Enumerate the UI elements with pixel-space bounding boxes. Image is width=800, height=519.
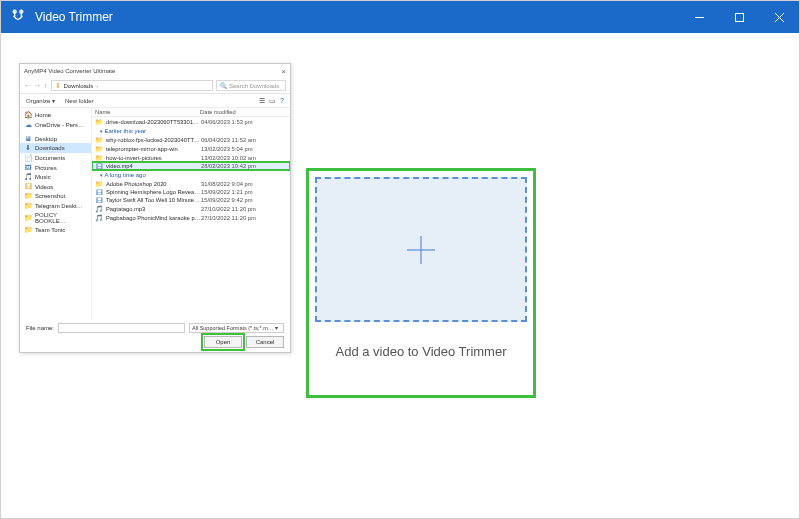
dropzone-caption: Add a video to Video Trimmer <box>315 344 527 359</box>
window-controls <box>679 1 799 33</box>
dialog-close-icon[interactable]: × <box>281 67 286 76</box>
content-area: Add a video to Video Trimmer AnyMP4 Vide… <box>1 33 799 518</box>
dialog-nav: ← → ↑ ⬇ Downloads › 🔍Search Downloads <box>20 78 290 94</box>
filename-input[interactable] <box>58 323 185 333</box>
help-icon[interactable]: ? <box>280 97 284 104</box>
sidebar-item[interactable]: ⬇Downloads <box>20 143 91 153</box>
file-rows: 📁drive-download-2023060TT53301UAZ-00104/… <box>92 117 290 222</box>
file-row[interactable]: 🎵Pagbabago PhonicMind karaoke preview.…2… <box>92 213 290 222</box>
add-video-dropzone[interactable] <box>315 177 527 322</box>
preview-icon[interactable]: ▭ <box>269 97 276 105</box>
cancel-button[interactable]: Cancel <box>246 336 284 348</box>
file-row[interactable]: 📁why-roblox-fps-locked-2023040TT15241-0…… <box>92 135 290 144</box>
dialog-toolbar: Organize ▾ New folder ☰ ▭ ? <box>20 94 290 108</box>
file-row[interactable]: 🎵Pagtatago.mp327/10/2022 11:20 pm <box>92 204 290 213</box>
plus-icon <box>401 230 441 270</box>
sidebar-item[interactable]: 🏠Home <box>20 110 91 120</box>
list-header: Name Date modified <box>92 108 290 117</box>
app-window: Video Trimmer Add a video to Video Trimm… <box>0 0 800 519</box>
titlebar: Video Trimmer <box>1 1 799 33</box>
sidebar: 🏠Home☁OneDrive - Pers…🖥Desktop⬇Downloads… <box>20 108 92 319</box>
file-open-dialog: AnyMP4 Video Converter Ultimate × ← → ↑ … <box>19 63 291 353</box>
dialog-footer: File name: All Supported Formats (*.ts;*… <box>20 319 290 352</box>
file-row[interactable]: 📁how-to-invert-pictures13/02/2023 10:02 … <box>92 153 290 162</box>
nav-up-icon[interactable]: ↑ <box>44 82 48 89</box>
sidebar-item[interactable]: 📁Screenshot <box>20 191 91 201</box>
group-header[interactable]: A long time ago <box>92 170 290 179</box>
svg-rect-3 <box>735 13 743 21</box>
file-row[interactable]: 📁Adobe Photoshop 202031/08/2022 9:04 pm <box>92 179 290 188</box>
col-name[interactable]: Name <box>92 108 197 116</box>
filename-label: File name: <box>26 325 54 331</box>
organize-menu[interactable]: Organize ▾ <box>26 97 55 104</box>
close-button[interactable] <box>759 1 799 33</box>
sidebar-item[interactable]: 📄Documents <box>20 153 91 163</box>
view-icon[interactable]: ☰ <box>259 97 265 105</box>
add-video-highlight: Add a video to Video Trimmer <box>306 168 536 398</box>
col-modified[interactable]: Date modified <box>197 108 255 116</box>
group-header[interactable]: Earlier this year <box>92 126 290 135</box>
sidebar-item[interactable]: 📁Team Tonic <box>20 225 91 235</box>
sidebar-item[interactable]: 🎞Videos <box>20 182 91 191</box>
file-row[interactable]: 🎞video.mp428/02/2023 10:42 pm <box>92 162 290 170</box>
sidebar-item[interactable]: 🖥Desktop <box>20 134 91 143</box>
file-list: Name Date modified 📁drive-download-20230… <box>92 108 290 319</box>
sidebar-item[interactable]: 🖼Pictures <box>20 163 91 172</box>
folder-icon: ⬇ <box>55 82 61 90</box>
file-row[interactable]: 📁teleprompter-mirror-app-win13/02/2023 5… <box>92 144 290 153</box>
sidebar-item[interactable]: ☁OneDrive - Pers… <box>20 120 91 130</box>
nav-back-icon[interactable]: ← <box>24 82 31 89</box>
dialog-body: 🏠Home☁OneDrive - Pers…🖥Desktop⬇Downloads… <box>20 108 290 319</box>
search-input[interactable]: 🔍Search Downloads <box>216 80 286 91</box>
maximize-button[interactable] <box>719 1 759 33</box>
app-title: Video Trimmer <box>35 10 679 24</box>
dialog-title: AnyMP4 Video Converter Ultimate <box>24 68 115 74</box>
sidebar-item[interactable]: 📁POLICY BOOKLE… <box>20 211 91 225</box>
app-logo-icon <box>9 8 27 26</box>
new-folder-button[interactable]: New folder <box>65 98 94 104</box>
sidebar-item[interactable]: 🎵Music <box>20 172 91 182</box>
file-row[interactable]: 🎞Taylor Swift All Too Well 10 Minute Ver… <box>92 196 290 204</box>
breadcrumb[interactable]: ⬇ Downloads › <box>51 80 214 91</box>
sidebar-item[interactable]: 📁Telegram Deskt… <box>20 201 91 211</box>
dialog-titlebar: AnyMP4 Video Converter Ultimate × <box>20 64 290 78</box>
nav-forward-icon[interactable]: → <box>34 82 41 89</box>
open-button[interactable]: Open <box>204 336 242 348</box>
file-row[interactable]: 📁drive-download-2023060TT53301UAZ-00104/… <box>92 117 290 126</box>
filetype-filter[interactable]: All Supported Formats (*.ts;*.m… ▾ <box>189 323 284 333</box>
file-row[interactable]: 🎞Spinning Hemisphere Logo Reveal_free-…1… <box>92 188 290 196</box>
minimize-button[interactable] <box>679 1 719 33</box>
